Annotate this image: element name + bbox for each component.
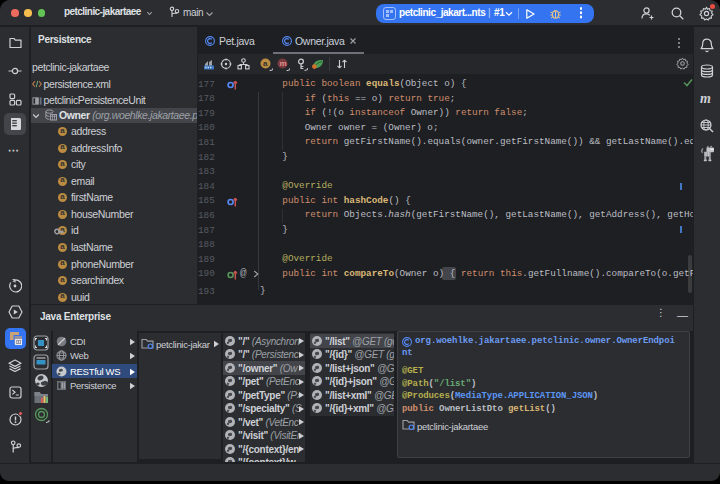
svg-text:a: a: [263, 59, 268, 68]
svg-text:m: m: [279, 59, 286, 68]
